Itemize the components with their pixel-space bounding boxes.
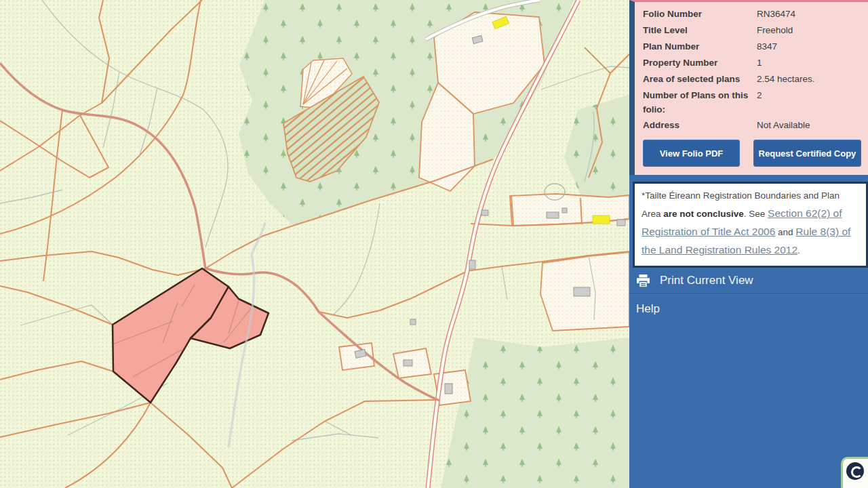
folio-row: Address Not Available: [643, 119, 861, 133]
disclaimer-box: *Tailte Éireann Registration Boundaries …: [633, 182, 868, 268]
sidebar: Folio Number RN36474 Title Level Freehol…: [629, 0, 868, 488]
address-value: Not Available: [757, 119, 810, 133]
area-value: 2.54 hectares.: [757, 73, 815, 87]
folio-row: Area of selected plans 2.54 hectares.: [643, 73, 861, 87]
help-label: Help: [636, 302, 660, 315]
title-level-value: Freehold: [757, 24, 793, 38]
folio-number-label: Folio Number: [643, 7, 757, 22]
property-number-value: 1: [757, 56, 762, 70]
area-label: Area of selected plans: [643, 73, 757, 87]
plans-count-value: 2: [757, 89, 762, 117]
help-button[interactable]: Help: [629, 294, 868, 324]
printer-icon: [636, 274, 650, 287]
request-certified-copy-button[interactable]: Request Certified Copy: [753, 140, 861, 167]
folio-row: Property Number 1: [643, 56, 861, 70]
chat-bubble-icon: [846, 462, 864, 480]
folio-row: Title Level Freehold: [643, 24, 861, 38]
print-current-view-label: Print Current View: [660, 274, 753, 287]
print-current-view-button[interactable]: Print Current View: [629, 268, 868, 294]
land-registry-map: [0, 0, 629, 488]
disclaimer-text: and: [775, 227, 795, 237]
folio-number-value: RN36474: [757, 7, 795, 22]
plans-count-label: Number of Plans on this folio:: [643, 89, 757, 117]
address-label: Address: [643, 119, 757, 133]
folio-row: Plan Number 8347: [643, 40, 861, 54]
plan-number-value: 8347: [757, 40, 777, 54]
title-level-label: Title Level: [643, 24, 757, 38]
folio-details-panel: Folio Number RN36474 Title Level Freehol…: [629, 0, 868, 175]
plan-number-label: Plan Number: [643, 40, 757, 54]
map-viewport[interactable]: [0, 0, 629, 488]
chat-widget[interactable]: [841, 457, 868, 488]
view-folio-pdf-button[interactable]: View Folio PDF: [643, 140, 740, 167]
disclaimer-bold: are not conclusive: [663, 209, 744, 219]
disclaimer-text: .: [797, 245, 800, 256]
folio-row: Folio Number RN36474: [643, 7, 861, 22]
folio-row: Number of Plans on this folio: 2: [643, 89, 861, 117]
property-number-label: Property Number: [643, 56, 757, 70]
disclaimer-text: . See: [744, 209, 768, 219]
